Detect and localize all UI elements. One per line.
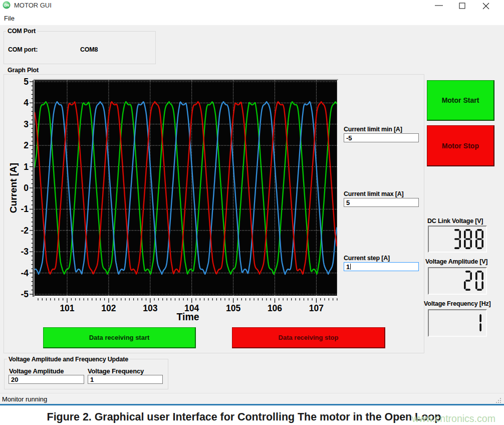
- svg-text:103: 103: [143, 303, 157, 313]
- svg-text:102: 102: [101, 303, 116, 313]
- svg-text:3: 3: [24, 119, 29, 129]
- svg-text:-3: -3: [21, 247, 29, 257]
- svg-text:107: 107: [309, 303, 324, 313]
- svg-text:-5: -5: [21, 289, 29, 299]
- svg-text:1: 1: [24, 162, 29, 172]
- svg-text:Time: Time: [176, 311, 199, 322]
- svg-text:2: 2: [24, 140, 29, 150]
- svg-text:0: 0: [24, 183, 29, 193]
- svg-text:-4: -4: [21, 268, 29, 278]
- svg-text:105: 105: [226, 303, 240, 313]
- svg-text:Current [A]: Current [A]: [8, 163, 19, 213]
- svg-text:-2: -2: [21, 226, 29, 236]
- svg-text:4: 4: [24, 98, 29, 108]
- svg-text:ON: ON: [4, 4, 10, 7]
- svg-text:5: 5: [24, 77, 29, 87]
- svg-text:101: 101: [60, 303, 74, 313]
- svg-text:106: 106: [268, 303, 282, 313]
- svg-text:-1: -1: [21, 204, 29, 214]
